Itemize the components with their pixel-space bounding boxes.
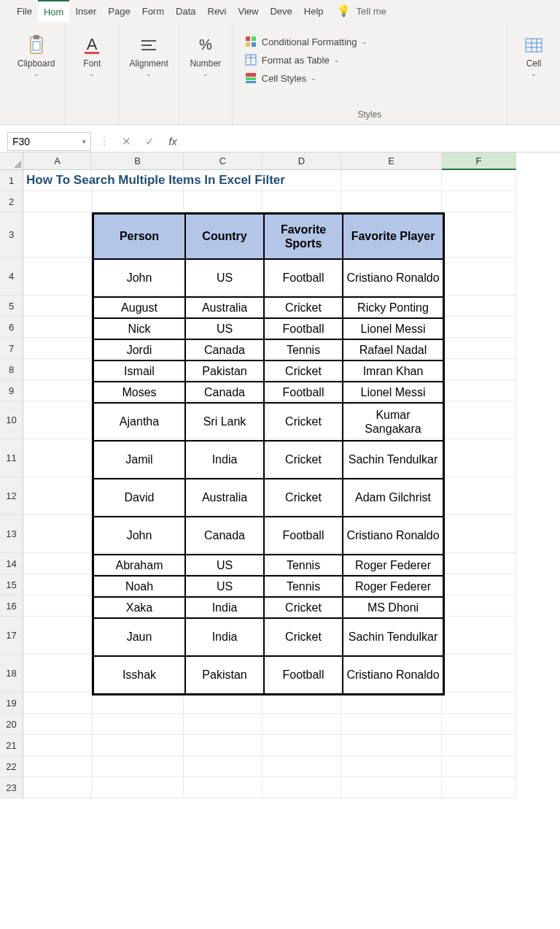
cell[interactable] [92,735,184,756]
paste-button[interactable]: Clipboard ⌄ [12,31,61,80]
tab-data[interactable]: Data [170,0,201,22]
row-header[interactable]: 4 [0,258,23,296]
col-header-D[interactable]: D [262,153,341,170]
tab-hom[interactable]: Hom [38,0,69,22]
row-header[interactable]: 17 [0,617,23,655]
cell[interactable]: How To Search Multiple Items In Excel Fi… [23,170,92,191]
cell[interactable] [184,777,262,798]
table-cell[interactable]: Cristiano Ronaldo [343,517,443,555]
table-cell[interactable]: Cricket [264,441,343,479]
cell[interactable] [92,777,184,798]
table-cell[interactable]: Abraham [93,555,185,576]
table-cell[interactable]: Noah [93,576,185,597]
cell[interactable] [442,380,516,401]
cell[interactable] [442,595,516,617]
cell[interactable] [92,191,184,212]
cell[interactable] [442,258,516,296]
cell[interactable] [442,338,516,359]
enter-icon[interactable]: ✓ [142,135,157,148]
table-cell[interactable]: Tennis [264,339,343,361]
table-cell[interactable]: Ajantha [93,403,185,441]
select-all-corner[interactable] [0,153,23,170]
cell[interactable] [341,714,442,735]
tab-page[interactable]: Page [102,0,136,22]
table-cell[interactable]: Pakistan [185,656,264,694]
cell[interactable] [341,756,442,777]
cell[interactable] [442,439,516,477]
table-cell[interactable]: US [185,318,264,339]
font-button[interactable]: A Font ⌄ [70,31,114,80]
cell[interactable] [23,735,92,756]
tab-file[interactable]: File [11,0,38,22]
col-header-E[interactable]: E [341,153,442,170]
number-button[interactable]: % Number ⌄ [184,31,228,80]
cells-button[interactable]: Cell ⌄ [512,31,556,80]
cell[interactable] [23,258,92,296]
cell[interactable] [442,574,516,595]
table-cell[interactable]: Australia [185,479,264,517]
cell[interactable] [23,574,92,595]
cell[interactable] [262,777,341,798]
table-cell[interactable]: Canada [185,517,264,555]
row-header[interactable]: 13 [0,515,23,553]
tell-me[interactable]: 💡Tell me [337,4,386,18]
table-cell[interactable]: Cristiano Ronaldo [343,259,443,297]
cell[interactable] [442,515,516,553]
row-header[interactable]: 1 [0,170,23,191]
cell[interactable] [23,553,92,574]
cell[interactable] [341,735,442,756]
cell[interactable] [442,735,516,756]
table-cell[interactable]: Jaun [93,618,185,656]
cell[interactable] [341,693,442,714]
row-header[interactable]: 10 [0,401,23,439]
tab-revi[interactable]: Revi [202,0,233,22]
row-header[interactable]: 18 [0,655,23,693]
cell[interactable] [23,296,92,317]
cell[interactable] [23,359,92,380]
table-cell[interactable]: Xaka [93,597,185,618]
cell[interactable] [184,735,262,756]
cell[interactable] [262,693,341,714]
table-cell[interactable]: Football [264,259,343,297]
cell[interactable] [184,693,262,714]
row-header[interactable]: 23 [0,777,23,798]
cell[interactable] [23,714,92,735]
cell[interactable] [442,655,516,693]
cell[interactable] [184,756,262,777]
table-cell[interactable]: Tennis [264,576,343,597]
cell[interactable] [442,359,516,380]
table-cell[interactable]: India [185,441,264,479]
row-header[interactable]: 8 [0,359,23,380]
table-cell[interactable]: India [185,618,264,656]
table-cell[interactable]: John [93,517,185,555]
cancel-icon[interactable]: ✕ [119,135,133,148]
format-as-table-button[interactable]: Format as Table⌄ [241,52,370,68]
table-cell[interactable]: David [93,479,185,517]
cell[interactable] [23,477,92,515]
table-cell[interactable]: Kumar Sangakara [343,403,443,441]
cell[interactable] [23,617,92,655]
cell[interactable] [23,401,92,439]
table-cell[interactable]: Football [264,318,343,339]
table-cell[interactable]: Moses [93,382,185,403]
tab-help[interactable]: Help [298,0,330,22]
table-cell[interactable]: Canada [185,382,264,403]
cell[interactable] [184,714,262,735]
table-cell[interactable]: Cricket [264,597,343,618]
table-cell[interactable]: US [185,555,264,576]
table-cell[interactable]: Roger Federer [343,555,443,576]
cell[interactable] [341,191,442,212]
table-cell[interactable]: Lionel Messi [343,382,443,403]
row-header[interactable]: 16 [0,595,23,617]
cell[interactable] [341,777,442,798]
table-cell[interactable]: Imran Khan [343,361,443,382]
table-header[interactable]: Favorite Player [343,214,443,259]
table-cell[interactable]: India [185,597,264,618]
cell[interactable] [442,296,516,317]
table-cell[interactable]: Tennis [264,555,343,576]
table-cell[interactable]: Pakistan [185,361,264,382]
cell[interactable] [442,777,516,798]
row-header[interactable]: 11 [0,439,23,477]
table-cell[interactable]: US [185,576,264,597]
cell[interactable] [442,553,516,574]
